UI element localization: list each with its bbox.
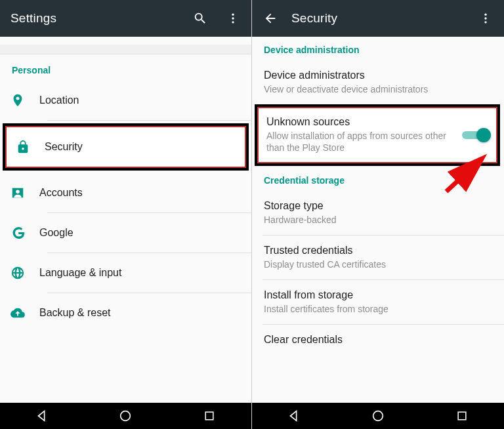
svg-point-9 [373, 411, 383, 421]
entry-sub: Allow installation of apps from sources … [266, 130, 462, 153]
nav-home-icon[interactable] [358, 409, 398, 423]
svg-point-4 [121, 411, 131, 421]
settings-item-backup[interactable]: Backup & reset [0, 293, 251, 333]
divider [47, 120, 251, 121]
item-label: Backup & reset [39, 307, 111, 319]
entry-title: Storage type [264, 200, 492, 212]
svg-point-7 [484, 17, 486, 19]
entry-device-admins[interactable]: Device administrators View or deactivate… [252, 60, 504, 104]
entry-title: Install from storage [264, 289, 492, 301]
entry-sub: Install certificates from storage [264, 303, 492, 315]
section-header-personal: Personal [0, 54, 251, 81]
section-header-device-admin: Device administration [252, 37, 504, 60]
more-icon[interactable] [474, 7, 497, 30]
search-icon[interactable] [188, 7, 212, 30]
settings-item-accounts[interactable]: Accounts [0, 173, 251, 213]
nav-home-icon[interactable] [106, 409, 145, 423]
svg-point-1 [232, 17, 234, 19]
item-label: Google [39, 227, 74, 239]
svg-point-3 [16, 190, 20, 194]
top-divider [0, 45, 251, 54]
globe-icon [10, 266, 39, 280]
nav-back-icon[interactable] [22, 409, 62, 423]
back-arrow-icon[interactable] [259, 7, 282, 30]
entry-title: Clear credentials [264, 334, 492, 346]
entry-title: Trusted credentials [264, 245, 492, 256]
navbar-left [0, 403, 251, 429]
section-header-credential-storage: Credential storage [252, 167, 504, 191]
settings-item-language[interactable]: Language & input [0, 253, 251, 293]
item-label: Language & input [39, 267, 121, 279]
entry-sub: Hardware-backed [264, 214, 492, 226]
location-icon [10, 93, 39, 108]
unknown-sources-toggle[interactable] [462, 127, 488, 143]
settings-item-google[interactable]: Google [0, 213, 251, 253]
appbar-security: Security [252, 0, 504, 37]
entry-title: Unknown sources [266, 116, 462, 128]
entry-install-from-storage[interactable]: Install from storage Install certificate… [252, 280, 504, 324]
svg-point-8 [484, 21, 486, 23]
nav-recent-icon[interactable] [190, 409, 229, 422]
backup-icon [10, 306, 39, 320]
entry-unknown-sources[interactable]: Unknown sources Allow installation of ap… [257, 108, 497, 161]
lock-icon [16, 140, 45, 154]
accounts-icon [10, 186, 39, 200]
nav-recent-icon[interactable] [442, 409, 482, 422]
entry-sub: Display trusted CA certificates [264, 258, 492, 270]
highlight-security: Security [3, 123, 249, 171]
svg-rect-5 [205, 412, 213, 420]
appbar-title: Settings [10, 11, 179, 26]
settings-content: Personal Location Security [0, 37, 251, 403]
svg-rect-10 [458, 412, 466, 420]
entry-title: Device administrators [264, 70, 492, 81]
entry-sub: View or deactivate device administrators [264, 83, 492, 95]
appbar-settings: Settings [0, 0, 251, 37]
settings-item-location[interactable]: Location [0, 81, 251, 120]
svg-point-0 [232, 14, 234, 16]
more-icon[interactable] [221, 7, 245, 30]
svg-point-6 [484, 14, 486, 16]
settings-item-security[interactable]: Security [5, 126, 246, 168]
entry-trusted-credentials[interactable]: Trusted credentials Display trusted CA c… [252, 235, 504, 279]
entry-clear-credentials[interactable]: Clear credentials [252, 325, 504, 349]
settings-pane: Settings Personal Location [0, 0, 252, 429]
entry-storage-type[interactable]: Storage type Hardware-backed [252, 191, 504, 235]
svg-point-2 [232, 21, 234, 23]
navbar-right [252, 403, 504, 429]
nav-back-icon[interactable] [274, 409, 314, 423]
security-content: Device administration Device administrat… [252, 37, 504, 403]
security-pane: Security Device administration Device ad… [252, 0, 504, 429]
item-label: Security [45, 141, 83, 153]
item-label: Location [39, 94, 79, 106]
google-icon [10, 225, 39, 241]
highlight-unknown-sources: Unknown sources Allow installation of ap… [255, 104, 500, 165]
appbar-title: Security [291, 11, 465, 26]
item-label: Accounts [39, 187, 83, 199]
